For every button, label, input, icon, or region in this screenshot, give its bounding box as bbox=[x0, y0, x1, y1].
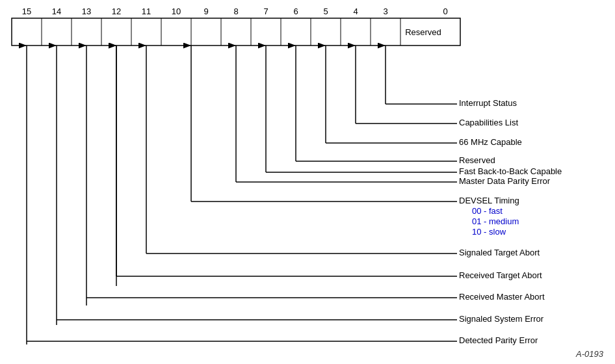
label-received-target: Received Target Abort bbox=[459, 270, 542, 280]
label-signaled-target: Signaled Target Abort bbox=[459, 248, 540, 257]
label-66mhz: 66 MHz Capable bbox=[459, 137, 522, 147]
bit-label-5: 5 bbox=[323, 6, 328, 16]
bit-label-3: 3 bbox=[383, 6, 387, 16]
register-box bbox=[12, 18, 460, 46]
label-fast-back: Fast Back-to-Back Capable bbox=[459, 166, 562, 176]
label-signaled-system: Signaled System Error bbox=[459, 314, 543, 324]
label-received-master: Received Master Abort bbox=[459, 292, 545, 302]
label-devsel: DEVSEL Timing bbox=[459, 196, 519, 205]
label-capabilities-list: Capabilities List bbox=[459, 118, 518, 127]
label-detected-parity: Detected Parity Error bbox=[459, 335, 538, 345]
bit-label-14: 14 bbox=[52, 6, 61, 16]
reserved-cell-label: Reserved bbox=[405, 27, 441, 37]
bit-label-9: 9 bbox=[203, 6, 208, 16]
bit-label-7: 7 bbox=[263, 6, 268, 16]
bit-label-15: 15 bbox=[22, 6, 31, 16]
label-interrupt-status: Interrupt Status bbox=[459, 98, 517, 108]
diagram: 15 14 13 12 11 10 9 8 7 6 5 4 3 0 Reserv… bbox=[0, 0, 615, 364]
bit-label-13: 13 bbox=[82, 6, 91, 16]
label-devsel-fast: 00 - fast bbox=[472, 206, 503, 216]
bit-label-4: 4 bbox=[353, 6, 358, 16]
bit-label-12: 12 bbox=[112, 6, 121, 16]
bit-label-10: 10 bbox=[172, 6, 181, 16]
label-reserved-field: Reserved bbox=[459, 155, 495, 165]
watermark: A-0193 bbox=[576, 349, 603, 359]
bit-label-11: 11 bbox=[142, 6, 151, 16]
bit-label-8: 8 bbox=[233, 6, 238, 16]
bit-label-6: 6 bbox=[293, 6, 298, 16]
bit-label-0: 0 bbox=[443, 6, 447, 16]
label-devsel-slow: 10 - slow bbox=[472, 227, 506, 237]
label-devsel-medium: 01 - medium bbox=[472, 216, 519, 226]
label-master-data-parity: Master Data Parity Error bbox=[459, 176, 550, 186]
